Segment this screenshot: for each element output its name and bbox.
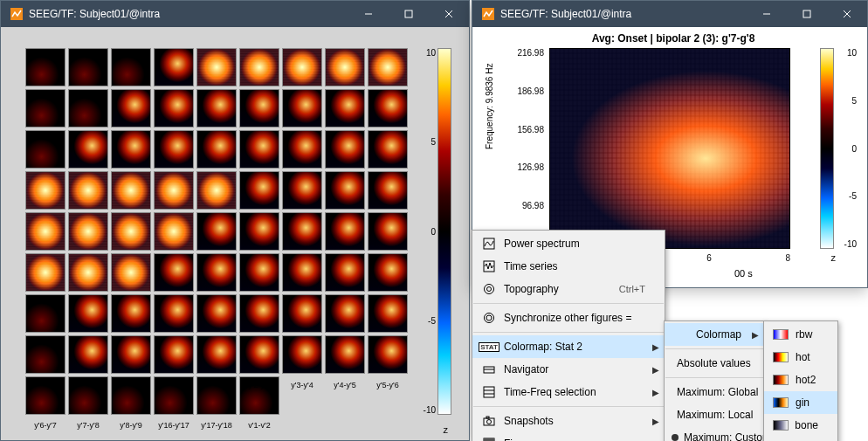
titlebar[interactable]: SEEG/TF: Subject01/@intra (472, 1, 867, 27)
spectrogram-cell[interactable] (282, 130, 322, 169)
spectrogram-cell[interactable] (239, 89, 279, 127)
spectrogram-cell[interactable] (154, 294, 194, 333)
spectrogram-cell[interactable] (196, 212, 237, 251)
spectrogram-cell[interactable] (25, 89, 65, 127)
spectrogram-cell[interactable] (239, 335, 279, 374)
spectrogram-cell[interactable] (239, 253, 279, 292)
spectrogram-cell[interactable] (111, 48, 151, 86)
spectrogram-cell[interactable] (25, 294, 65, 333)
spectrogram-cell[interactable] (325, 89, 365, 127)
spectrogram-cell[interactable] (239, 212, 279, 251)
menu-item[interactable]: Maximum: Custom... (665, 426, 764, 441)
spectrogram-cell[interactable] (154, 89, 194, 127)
spectrogram-cell[interactable] (111, 212, 151, 251)
close-button[interactable] (827, 1, 867, 27)
colormap-option[interactable]: hot (764, 346, 837, 369)
titlebar[interactable]: SEEG/TF: Subject01/@intra (1, 1, 469, 27)
spectrogram-cell[interactable] (368, 212, 408, 251)
spectrogram-cell[interactable] (325, 212, 365, 251)
spectrogram-cell[interactable] (196, 48, 237, 86)
menu-item[interactable]: Navigator▶ (472, 358, 665, 381)
spectrogram-cell[interactable] (68, 130, 108, 169)
menu-item[interactable]: Maximum: Global (665, 381, 764, 403)
spectrogram-cell[interactable] (25, 253, 65, 292)
spectrogram-cell[interactable] (68, 253, 108, 292)
menu-item[interactable]: Time series (472, 255, 665, 278)
spectrogram-cell[interactable] (282, 89, 322, 127)
menu-item[interactable]: TopographyCtrl+T (472, 278, 665, 300)
spectrogram-cell[interactable] (368, 130, 408, 169)
spectrogram-cell[interactable] (282, 335, 322, 374)
spectrogram-cell[interactable] (196, 294, 237, 333)
menu-item[interactable]: Time-Freq selection▶ (472, 381, 665, 403)
spectrogram-cell[interactable] (282, 212, 322, 251)
menu-item[interactable]: Maximum: Local (665, 403, 764, 426)
colormap-option[interactable]: gray (764, 437, 837, 441)
minimize-button[interactable] (747, 1, 787, 27)
spectrogram-cell[interactable] (111, 253, 151, 292)
spectrogram-cell[interactable] (154, 48, 194, 86)
spectrogram-cell[interactable] (368, 171, 408, 210)
menu-item[interactable]: Synchronize other figures = (472, 307, 665, 329)
menu-item[interactable]: Absolute values (665, 352, 764, 375)
spectrogram-cell[interactable] (25, 48, 65, 86)
spectrogram-cell[interactable] (282, 171, 322, 210)
spectrogram-cell[interactable] (196, 130, 237, 169)
spectrogram-cell[interactable] (68, 89, 108, 127)
spectrogram-cell[interactable] (368, 89, 408, 127)
maximize-button[interactable] (389, 1, 429, 27)
spectrogram-cell[interactable] (282, 294, 322, 333)
colormap-option[interactable]: gin (764, 391, 837, 414)
colormap-option[interactable]: rbw (764, 323, 837, 346)
minimize-button[interactable] (348, 1, 389, 27)
spectrogram-cell[interactable] (325, 171, 365, 210)
spectrogram-cell[interactable] (111, 171, 151, 210)
spectrogram-cell[interactable] (68, 48, 108, 86)
menu-item[interactable]: Snapshots▶ (472, 410, 665, 432)
spectrogram-cell[interactable] (154, 253, 194, 292)
colorbar[interactable] (437, 48, 451, 415)
spectrogram-cell[interactable] (111, 89, 151, 127)
spectrogram-cell[interactable] (282, 253, 322, 292)
menu-item[interactable]: Power spectrum (472, 232, 665, 255)
spectrogram-cell[interactable] (239, 294, 279, 333)
spectrogram-cell[interactable] (368, 253, 408, 292)
spectrogram-cell[interactable] (68, 171, 108, 210)
colormap-option[interactable]: bone (764, 414, 837, 437)
maximize-button[interactable] (787, 1, 827, 27)
menu-item[interactable]: STATColormap: Stat 2▶ (472, 335, 665, 358)
spectrogram-cell[interactable] (111, 130, 151, 169)
spectrogram-cell[interactable] (196, 335, 237, 374)
colorbar[interactable] (820, 48, 834, 249)
spectrogram-cell[interactable] (239, 130, 279, 169)
spectrogram-plot[interactable] (549, 48, 790, 249)
spectrogram-cell[interactable] (154, 171, 194, 210)
spectrogram-cell[interactable] (239, 171, 279, 210)
spectrogram-cell[interactable] (25, 171, 65, 210)
spectrogram-cell[interactable] (196, 171, 237, 210)
spectrogram-cell[interactable] (111, 294, 151, 333)
close-button[interactable] (429, 1, 469, 27)
spectrogram-cell[interactable] (196, 89, 237, 127)
menu-item[interactable]: Colormap▶ (665, 323, 764, 346)
figure-canvas[interactable]: y'2-y'3y'3-y'4y'4-y'5y'5-y'6 y'6-y'7y'7-… (1, 27, 469, 440)
spectrogram-cell[interactable] (68, 294, 108, 333)
spectrogram-cell[interactable] (368, 294, 408, 333)
spectrogram-cell[interactable] (368, 48, 408, 86)
spectrogram-cell[interactable] (154, 335, 194, 374)
colormap-option[interactable]: hot2 (764, 369, 837, 391)
spectrogram-cell[interactable] (325, 335, 365, 374)
spectrogram-cell[interactable] (154, 212, 194, 251)
menu-item[interactable]: Figure▶ (472, 432, 665, 441)
spectrogram-cell[interactable] (282, 48, 322, 86)
spectrogram-cell[interactable] (325, 294, 365, 333)
spectrogram-cell[interactable] (325, 253, 365, 292)
spectrogram-cell[interactable] (368, 335, 408, 374)
spectrogram-cell[interactable] (25, 335, 65, 374)
spectrogram-cell[interactable] (239, 48, 279, 86)
spectrogram-cell[interactable] (325, 48, 365, 86)
spectrogram-cell[interactable] (68, 212, 108, 251)
spectrogram-cell[interactable] (325, 130, 365, 169)
spectrogram-cell[interactable] (196, 253, 237, 292)
spectrogram-cell[interactable] (154, 130, 194, 169)
